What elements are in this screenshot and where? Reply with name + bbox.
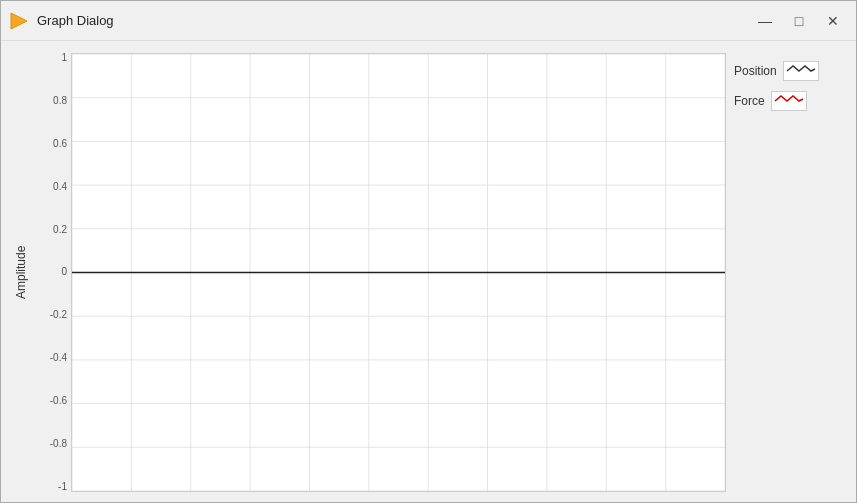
window-title: Graph Dialog	[37, 13, 750, 28]
window-controls: — □ ✕	[750, 8, 848, 34]
y-axis-ticks: 10.80.60.40.20-0.2-0.4-0.6-0.8-1	[35, 53, 71, 492]
tick-label: 0.4	[53, 182, 67, 192]
window: Graph Dialog — □ ✕ Amplitude 10.80.60.40…	[0, 0, 857, 503]
legend-force: Force	[734, 91, 846, 111]
y-axis-label: Amplitude	[11, 53, 31, 492]
chart-area: 10.80.60.40.20-0.2-0.4-0.6-0.8-1	[35, 53, 726, 492]
legend-position-label: Position	[734, 64, 777, 78]
chart-container: 10.80.60.40.20-0.2-0.4-0.6-0.8-1	[35, 53, 726, 492]
app-icon	[9, 11, 29, 31]
tick-label: -1	[58, 482, 67, 492]
tick-label: -0.4	[50, 353, 67, 363]
graph-plot	[71, 53, 726, 492]
legend-position: Position	[734, 61, 846, 81]
tick-label: 1	[61, 53, 67, 63]
legend-force-label: Force	[734, 94, 765, 108]
title-bar: Graph Dialog — □ ✕	[1, 1, 856, 41]
svg-marker-0	[11, 13, 27, 29]
chart-wrapper: Amplitude 10.80.60.40.20-0.2-0.4-0.6-0.8…	[11, 53, 846, 492]
legend-position-swatch	[783, 61, 819, 81]
tick-label: 0.2	[53, 225, 67, 235]
maximize-button[interactable]: □	[784, 8, 814, 34]
tick-label: 0	[61, 267, 67, 277]
minimize-button[interactable]: —	[750, 8, 780, 34]
tick-label: -0.8	[50, 439, 67, 449]
tick-label: -0.6	[50, 396, 67, 406]
legend-area: Position Force	[726, 53, 846, 492]
tick-label: 0.8	[53, 96, 67, 106]
content-area: Amplitude 10.80.60.40.20-0.2-0.4-0.6-0.8…	[1, 41, 856, 502]
tick-label: 0.6	[53, 139, 67, 149]
legend-force-swatch	[771, 91, 807, 111]
tick-label: -0.2	[50, 310, 67, 320]
close-button[interactable]: ✕	[818, 8, 848, 34]
